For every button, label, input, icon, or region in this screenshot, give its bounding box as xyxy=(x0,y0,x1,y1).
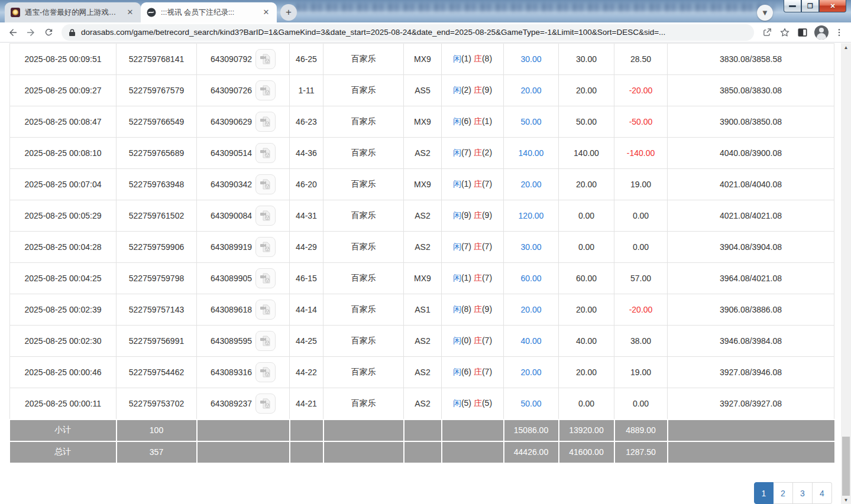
browser-toolbar: dorasabs.com/game/betrecord_search/kind3… xyxy=(0,22,851,43)
cell-bet-id: 522759759906 xyxy=(117,232,197,263)
video-replay-button[interactable] xyxy=(255,206,276,226)
table-row: 2025-08-25 00:04:28522759759906643089919… xyxy=(10,232,834,263)
cell-valid-amount: 20.00 xyxy=(559,75,614,106)
video-replay-button[interactable] xyxy=(255,237,276,257)
cell-winloss: 0.00 xyxy=(614,388,668,420)
tab-close-icon[interactable]: ✕ xyxy=(125,8,135,17)
cell-table-shoe: 44-21 xyxy=(290,388,323,420)
page-button-2[interactable]: 2 xyxy=(774,482,793,504)
summary-winloss-total: 1287.50 xyxy=(614,441,668,463)
video-replay-button[interactable] xyxy=(255,268,276,288)
table-row: 2025-08-25 00:09:51522759768141643090792… xyxy=(10,44,834,75)
pagination: 1234 xyxy=(754,482,832,504)
cell-table-code: MX9 xyxy=(404,44,442,75)
page-button-3[interactable]: 3 xyxy=(793,482,813,504)
video-replay-button[interactable] xyxy=(255,80,276,100)
scrollbar-thumb[interactable] xyxy=(842,437,850,496)
cell-bet-time: 2025-08-25 00:05:29 xyxy=(10,200,117,232)
page-scrollbar[interactable]: ▲ ▼ xyxy=(841,43,851,504)
summary-valid-total: 41600.00 xyxy=(559,441,614,463)
cell-bet-amount[interactable]: 20.00 xyxy=(504,169,559,200)
cell-bet-amount[interactable]: 30.00 xyxy=(504,232,559,263)
back-icon[interactable] xyxy=(5,24,21,41)
cell-bet-amount[interactable]: 60.00 xyxy=(504,263,559,294)
cell-game-name: 百家乐 xyxy=(323,44,404,75)
minimize-button[interactable] xyxy=(784,0,801,12)
profile-avatar[interactable] xyxy=(814,25,829,40)
bookmark-star-icon[interactable] xyxy=(776,24,793,41)
video-replay-button[interactable] xyxy=(255,49,276,69)
video-replay-button[interactable] xyxy=(255,362,276,382)
cell-valid-amount: 20.00 xyxy=(559,357,614,388)
cell-bet-amount[interactable]: 20.00 xyxy=(504,294,559,326)
cell-bet-amount[interactable]: 50.00 xyxy=(504,106,559,138)
cell-game-name: 百家乐 xyxy=(323,294,404,326)
table-row: 2025-08-25 00:08:47522759766549643090629… xyxy=(10,106,834,138)
cell-round-id: 643090084 xyxy=(197,200,290,232)
cell-game-name: 百家乐 xyxy=(323,106,404,138)
video-replay-button[interactable] xyxy=(255,394,276,414)
cell-bet-amount[interactable]: 20.00 xyxy=(504,357,559,388)
cell-balance: 3830.08/3858.58 xyxy=(668,44,834,75)
summary-empty xyxy=(290,420,323,441)
address-bar[interactable]: dorasabs.com/game/betrecord_search/kind3… xyxy=(62,24,754,41)
share-icon[interactable] xyxy=(759,24,775,41)
cell-bet-amount[interactable]: 20.00 xyxy=(504,75,559,106)
cell-result: 闲(2) 庄(9) xyxy=(442,75,504,106)
cell-winloss: -20.00 xyxy=(614,75,668,106)
summary-empty xyxy=(404,441,442,463)
forward-icon[interactable] xyxy=(22,24,39,41)
cell-table-code: MX9 xyxy=(404,106,442,138)
video-icon xyxy=(260,366,271,378)
menu-kebab-icon[interactable] xyxy=(834,28,844,37)
video-icon xyxy=(260,335,271,347)
cell-bet-time: 2025-08-25 00:02:30 xyxy=(10,326,117,357)
scroll-up-icon[interactable]: ▲ xyxy=(841,43,851,51)
cell-bet-id: 522759768141 xyxy=(117,44,197,75)
page-button-1[interactable]: 1 xyxy=(754,482,774,504)
cell-bet-id: 522759753702 xyxy=(117,388,197,420)
cell-bet-amount[interactable]: 30.00 xyxy=(504,44,559,75)
table-row: 2025-08-25 00:08:10522759765689643090514… xyxy=(10,138,834,169)
cell-valid-amount: 0.00 xyxy=(559,388,614,420)
cell-result: 闲(7) 庄(7) xyxy=(442,232,504,263)
cell-result: 闲(1) 庄(7) xyxy=(442,169,504,200)
new-tab-button[interactable]: + xyxy=(280,4,297,21)
cell-bet-amount[interactable]: 50.00 xyxy=(504,388,559,420)
cell-table-code: AS2 xyxy=(404,388,442,420)
cell-winloss: 57.00 xyxy=(614,263,668,294)
scroll-down-icon[interactable]: ▼ xyxy=(841,496,851,504)
cell-balance: 3904.08/3904.08 xyxy=(668,232,834,263)
cell-balance: 3906.08/3886.08 xyxy=(668,294,834,326)
cell-bet-time: 2025-08-25 00:00:46 xyxy=(10,357,117,388)
close-button[interactable]: ✕ xyxy=(819,0,846,12)
reload-icon[interactable] xyxy=(40,24,57,41)
cell-bet-amount[interactable]: 140.00 xyxy=(504,138,559,169)
tab-search-chevron-icon[interactable]: ▼ xyxy=(757,5,773,21)
cell-valid-amount: 60.00 xyxy=(559,263,614,294)
cell-result: 闲(9) 庄(9) xyxy=(442,200,504,232)
cell-bet-id: 522759763948 xyxy=(117,169,197,200)
cell-winloss: -140.00 xyxy=(614,138,668,169)
tab-close-icon[interactable]: ✕ xyxy=(261,8,271,17)
tab-home[interactable]: 通宝-信誉最好的网上游戏平台 ✕ xyxy=(5,2,141,22)
restore-button[interactable]: ❐ xyxy=(801,0,819,12)
cell-bet-id: 522759759798 xyxy=(117,263,197,294)
cell-round-id: 643089595 xyxy=(197,326,290,357)
tab-title: :::视讯 会员下注纪录::: xyxy=(161,8,257,18)
video-replay-button[interactable] xyxy=(255,174,276,194)
cell-game-name: 百家乐 xyxy=(323,200,404,232)
cell-table-shoe: 46-20 xyxy=(290,169,323,200)
video-replay-button[interactable] xyxy=(255,331,276,351)
side-panel-icon[interactable] xyxy=(797,27,808,38)
video-replay-button[interactable] xyxy=(255,143,276,163)
cell-bet-amount[interactable]: 40.00 xyxy=(504,326,559,357)
cell-table-shoe: 44-29 xyxy=(290,232,323,263)
video-replay-button[interactable] xyxy=(255,300,276,320)
table-row: 2025-08-25 00:00:46522759754462643089316… xyxy=(10,357,834,388)
cell-winloss: 28.50 xyxy=(614,44,668,75)
tab-bet-records[interactable]: :::视讯 会员下注纪录::: ✕ xyxy=(141,2,277,22)
cell-bet-amount[interactable]: 120.00 xyxy=(504,200,559,232)
video-replay-button[interactable] xyxy=(255,112,276,132)
page-button-4[interactable]: 4 xyxy=(813,482,832,504)
